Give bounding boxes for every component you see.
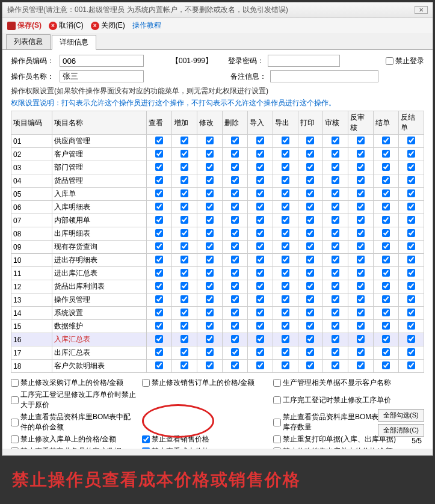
- perm-checkbox[interactable]: [155, 322, 163, 330]
- perm-checkbox[interactable]: [407, 322, 415, 330]
- perm-checkbox[interactable]: [256, 229, 264, 237]
- perm-checkbox[interactable]: [357, 176, 365, 184]
- perm-checkbox[interactable]: [407, 176, 415, 184]
- perm-checkbox[interactable]: [180, 256, 188, 263]
- perm-checkbox[interactable]: [231, 176, 239, 184]
- perm-checkbox[interactable]: [256, 335, 264, 343]
- perm-checkbox[interactable]: [357, 150, 365, 158]
- perm-checkbox[interactable]: [206, 361, 214, 369]
- perm-checkbox[interactable]: [206, 269, 214, 277]
- perm-checkbox[interactable]: [256, 163, 264, 171]
- perm-checkbox[interactable]: [155, 229, 163, 237]
- perm-checkbox[interactable]: [206, 256, 214, 263]
- perm-checkbox[interactable]: [155, 295, 163, 303]
- perm-checkbox[interactable]: [180, 229, 188, 237]
- perm-checkbox[interactable]: [407, 137, 415, 144]
- perm-checkbox[interactable]: [382, 322, 390, 330]
- perm-checkbox[interactable]: [357, 309, 365, 316]
- perm-checkbox[interactable]: [206, 322, 214, 330]
- perm-checkbox[interactable]: [407, 335, 415, 343]
- cancel-button[interactable]: ×取消(C): [49, 20, 84, 31]
- table-row[interactable]: 18客户欠款明细表: [11, 360, 424, 373]
- perm-checkbox[interactable]: [282, 203, 289, 211]
- perm-checkbox[interactable]: [155, 203, 163, 211]
- perm-checkbox[interactable]: [282, 216, 289, 224]
- perm-checkbox[interactable]: [382, 216, 390, 224]
- perm-checkbox[interactable]: [256, 322, 264, 330]
- perm-checkbox[interactable]: [282, 282, 289, 290]
- perm-checkbox[interactable]: [407, 242, 415, 250]
- operator-name-input[interactable]: [60, 70, 144, 82]
- perm-checkbox[interactable]: [306, 361, 314, 369]
- perm-checkbox[interactable]: [180, 137, 188, 144]
- perm-checkbox[interactable]: [382, 256, 390, 263]
- perm-checkbox[interactable]: [357, 256, 365, 263]
- perm-checkbox[interactable]: [306, 309, 314, 316]
- perm-checkbox[interactable]: [357, 203, 365, 211]
- perm-checkbox[interactable]: [155, 189, 163, 197]
- perm-checkbox[interactable]: [306, 137, 314, 144]
- table-row[interactable]: 03部门管理: [11, 161, 424, 174]
- restriction-checkbox[interactable]: 工序完工登记里修改工序单价时禁止大于原价: [11, 390, 137, 410]
- perm-checkbox[interactable]: [332, 295, 339, 303]
- perm-checkbox[interactable]: [332, 348, 339, 356]
- restriction-checkbox[interactable]: 生产管理相关单据不显示客户名称: [273, 378, 412, 388]
- restriction-checkbox[interactable]: 禁止查看其它业务员的客户数据: [11, 446, 137, 449]
- perm-checkbox[interactable]: [382, 361, 390, 369]
- restriction-checkbox[interactable]: 禁止查看销售价格: [142, 434, 268, 444]
- perm-checkbox[interactable]: [382, 150, 390, 158]
- tab-list-info[interactable]: 列表信息: [6, 34, 51, 49]
- perm-checkbox[interactable]: [407, 256, 415, 263]
- close-button[interactable]: ×关闭(E): [91, 20, 125, 31]
- perm-checkbox[interactable]: [357, 335, 365, 343]
- perm-checkbox[interactable]: [155, 163, 163, 171]
- perm-checkbox[interactable]: [357, 322, 365, 330]
- perm-checkbox[interactable]: [155, 216, 163, 224]
- perm-checkbox[interactable]: [282, 309, 289, 316]
- table-row[interactable]: 13操作员管理: [11, 293, 424, 307]
- perm-checkbox[interactable]: [382, 348, 390, 356]
- perm-checkbox[interactable]: [206, 335, 214, 343]
- perm-checkbox[interactable]: [382, 335, 390, 343]
- table-row[interactable]: 01供应商管理: [11, 135, 424, 148]
- table-row[interactable]: 09现有存货查询: [11, 241, 424, 254]
- perm-checkbox[interactable]: [357, 348, 365, 356]
- perm-checkbox[interactable]: [155, 335, 163, 343]
- perm-checkbox[interactable]: [407, 361, 415, 369]
- perm-checkbox[interactable]: [180, 216, 188, 224]
- perm-checkbox[interactable]: [282, 322, 289, 330]
- perm-checkbox[interactable]: [357, 269, 365, 277]
- perm-checkbox[interactable]: [256, 242, 264, 250]
- table-row[interactable]: 16入库汇总表: [11, 333, 424, 346]
- perm-checkbox[interactable]: [256, 189, 264, 197]
- perm-checkbox[interactable]: [282, 163, 289, 171]
- perm-checkbox[interactable]: [180, 189, 188, 197]
- perm-checkbox[interactable]: [357, 282, 365, 290]
- perm-checkbox[interactable]: [332, 309, 339, 316]
- table-row[interactable]: 12货品出库利润表: [11, 280, 424, 293]
- perm-checkbox[interactable]: [357, 295, 365, 303]
- perm-checkbox[interactable]: [306, 163, 314, 171]
- perm-checkbox[interactable]: [206, 150, 214, 158]
- perm-checkbox[interactable]: [180, 348, 188, 356]
- perm-checkbox[interactable]: [357, 163, 365, 171]
- perm-checkbox[interactable]: [382, 309, 390, 316]
- help-link[interactable]: 操作教程: [132, 20, 161, 31]
- perm-checkbox[interactable]: [306, 335, 314, 343]
- perm-checkbox[interactable]: [231, 348, 239, 356]
- perm-checkbox[interactable]: [180, 295, 188, 303]
- perm-checkbox[interactable]: [231, 189, 239, 197]
- perm-checkbox[interactable]: [282, 295, 289, 303]
- perm-checkbox[interactable]: [332, 269, 339, 277]
- perm-checkbox[interactable]: [332, 282, 339, 290]
- perm-checkbox[interactable]: [180, 309, 188, 316]
- perm-checkbox[interactable]: [407, 269, 415, 277]
- perm-checkbox[interactable]: [155, 309, 163, 316]
- perm-checkbox[interactable]: [155, 282, 163, 290]
- perm-checkbox[interactable]: [332, 189, 339, 197]
- perm-checkbox[interactable]: [155, 176, 163, 184]
- perm-checkbox[interactable]: [231, 295, 239, 303]
- perm-checkbox[interactable]: [231, 361, 239, 369]
- perm-checkbox[interactable]: [206, 203, 214, 211]
- perm-checkbox[interactable]: [407, 189, 415, 197]
